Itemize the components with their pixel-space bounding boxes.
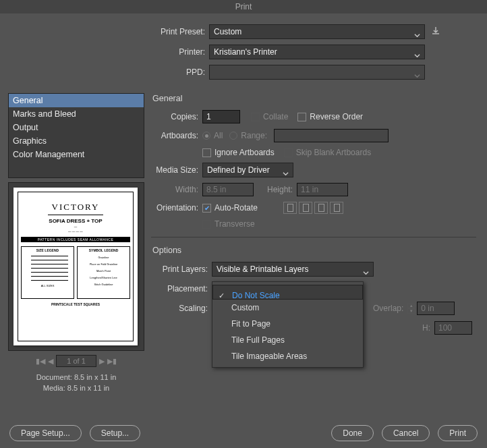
- placement-label: Placement:: [151, 284, 212, 293]
- page-indicator: 1 of 1: [56, 355, 96, 367]
- orientation-label: Orientation:: [151, 203, 202, 213]
- landscape-icon[interactable]: [299, 202, 312, 214]
- collate-checkbox: Collate: [251, 112, 288, 121]
- save-preset-icon[interactable]: [430, 26, 441, 38]
- print-layers-label: Print Layers:: [151, 264, 212, 274]
- scaling-option[interactable]: Tile Full Pages: [212, 332, 363, 348]
- page-setup-button[interactable]: Page Setup...: [9, 425, 82, 441]
- setup-button[interactable]: Setup...: [90, 425, 140, 441]
- last-page-icon[interactable]: ▶▮: [107, 357, 117, 366]
- chevron-down-icon: [414, 69, 420, 83]
- category-item-graphics[interactable]: Graphics: [9, 134, 144, 148]
- category-item-general[interactable]: General: [9, 94, 144, 107]
- first-page-icon[interactable]: ▮◀: [36, 357, 45, 366]
- printer-label: Printer:: [0, 47, 209, 57]
- next-page-icon[interactable]: ▶: [99, 357, 105, 366]
- h-input: [434, 321, 472, 335]
- done-button[interactable]: Done: [331, 425, 374, 441]
- document-meta: Document: 8.5 in x 11 in Media: 8.5 in x…: [8, 372, 144, 394]
- category-item-marks[interactable]: Marks and Bleed: [9, 107, 144, 121]
- pager: ▮◀ ◀ 1 of 1 ▶ ▶▮: [8, 355, 144, 367]
- scaling-dropdown[interactable]: ✓Do Not Scale Custom Fit to Page Tile Fu…: [212, 281, 364, 368]
- preview-band: PATTERN INCLUDES SEAM ALLOWANCE: [21, 237, 130, 242]
- chevron-down-icon: [414, 29, 420, 43]
- artboards-all-radio: All: [202, 131, 223, 140]
- printer-select[interactable]: Kristiann's Printer: [209, 45, 425, 59]
- skip-blank-checkbox: Skip Blank Artboards: [284, 148, 371, 157]
- category-list[interactable]: General Marks and Bleed Output Graphics …: [8, 93, 144, 178]
- height-input: [297, 183, 348, 196]
- chevron-down-icon: [414, 49, 420, 63]
- preview-brand: VICTORY: [21, 202, 130, 213]
- width-input: [202, 183, 254, 196]
- scaling-option[interactable]: ✓Do Not Scale: [212, 285, 363, 300]
- preview-page: VICTORY SOFIA DRESS + TOP — — — — — PATT…: [13, 188, 138, 345]
- artboards-range-input: [274, 129, 389, 142]
- category-item-output[interactable]: Output: [9, 121, 144, 134]
- landscape-rev-icon[interactable]: [330, 202, 343, 214]
- auto-rotate-checkbox[interactable]: ✔Auto-Rotate: [202, 203, 258, 213]
- footer: Page Setup... Setup... Done Cancel Print: [0, 425, 487, 441]
- reverse-checkbox[interactable]: Reverse Order: [297, 112, 363, 121]
- h-label: H:: [422, 323, 430, 333]
- print-preset-select[interactable]: Custom: [209, 24, 425, 39]
- top-panel: Print Preset: Custom Printer: Kristiann'…: [0, 13, 487, 93]
- print-preset-label: Print Preset:: [0, 27, 209, 36]
- overlap-label: Overlap:: [373, 304, 403, 313]
- category-item-color[interactable]: Color Management: [9, 148, 144, 161]
- print-preset-value: Custom: [214, 27, 241, 36]
- artboards-label: Artboards:: [151, 131, 202, 140]
- options-heading: Options: [152, 246, 479, 255]
- prev-page-icon[interactable]: ◀: [48, 357, 53, 366]
- ppd-label: PPD:: [0, 67, 209, 77]
- chevron-down-icon: [363, 267, 369, 280]
- printer-value: Kristiann's Printer: [214, 47, 277, 57]
- scaling-option[interactable]: Custom: [212, 300, 363, 316]
- chevron-down-icon: [283, 167, 289, 181]
- window-title: Print: [0, 0, 487, 13]
- preview-sub: SOFIA DRESS + TOP: [21, 218, 130, 224]
- general-heading: General: [152, 94, 479, 103]
- width-label: Width:: [151, 185, 202, 194]
- preview-panel: VICTORY SOFIA DRESS + TOP — — — — — PATT…: [8, 182, 144, 351]
- transverse-checkbox: Transverse: [202, 219, 255, 229]
- scaling-option[interactable]: Tile Imageable Areas: [212, 348, 363, 364]
- copies-label: Copies:: [151, 112, 202, 121]
- copies-input[interactable]: [202, 110, 240, 123]
- print-button[interactable]: Print: [438, 425, 478, 441]
- print-layers-select[interactable]: Visible & Printable Layers: [212, 262, 374, 277]
- media-size-label: Media Size:: [151, 165, 202, 175]
- ignore-artboards-checkbox[interactable]: Ignore Artboards: [202, 148, 275, 157]
- portrait-icon[interactable]: [283, 202, 297, 214]
- overlap-input: [417, 302, 455, 315]
- orientation-icons: [283, 202, 343, 214]
- overlap-stepper: ▴▾: [407, 303, 415, 314]
- artboards-range-radio: Range:: [229, 131, 267, 140]
- media-size-select[interactable]: Defined by Driver: [202, 163, 293, 177]
- height-label: Height:: [267, 185, 293, 194]
- ppd-select: [209, 65, 425, 80]
- scaling-option[interactable]: Fit to Page: [212, 316, 363, 332]
- cancel-button[interactable]: Cancel: [382, 425, 430, 441]
- portrait-rev-icon[interactable]: [314, 202, 328, 214]
- scaling-label: Scaling:: [151, 304, 212, 313]
